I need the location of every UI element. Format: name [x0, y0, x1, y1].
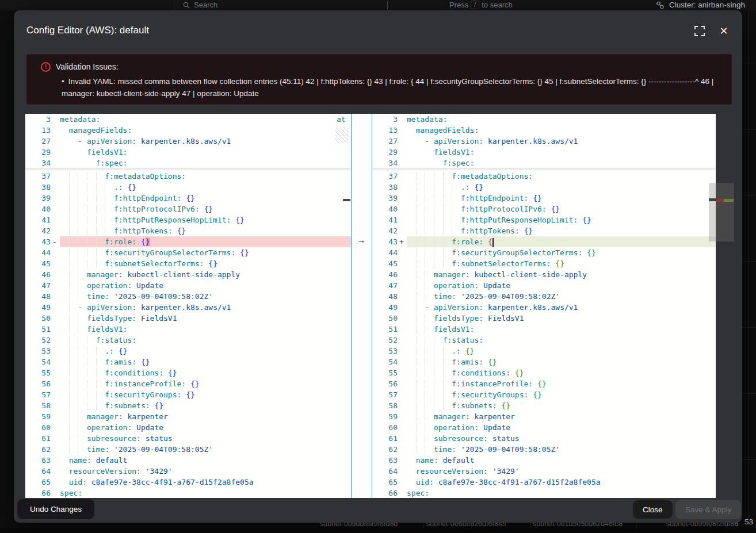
- code-line[interactable]: 3metadata:: [372, 114, 716, 125]
- code-line[interactable]: 43- f:role: {}: [25, 236, 351, 247]
- code-line[interactable]: 65 uid: c8afe97e-38cc-4f91-a767-d15f2a8f…: [25, 477, 351, 488]
- code-line[interactable]: 37 f:metadataOptions:: [25, 171, 351, 182]
- topbar-divider: [174, 0, 174, 10]
- code-line[interactable]: 41 f:httpPutResponseHopLimit: {}: [372, 214, 716, 225]
- code-line[interactable]: 49 - apiVersion: karpenter.k8s.aws/v1: [372, 302, 716, 313]
- code-line[interactable]: 58 f:subnets: {}: [25, 400, 351, 411]
- original-sticky-scroll: 3metadata:13 managedFields:27 - apiVersi…: [25, 114, 351, 168]
- code-line[interactable]: 53 .: {}: [25, 346, 351, 356]
- original-editor-pane[interactable]: 37 f:metadataOptions:38 .: {}39 f:httpEn…: [25, 114, 351, 498]
- line-number: 63: [25, 455, 52, 466]
- code-line[interactable]: 37 f:metadataOptions:: [372, 171, 716, 182]
- line-number: 38: [372, 182, 399, 193]
- code-line[interactable]: 58 f:subnets: {}: [372, 400, 716, 411]
- code-line[interactable]: 52 f:status:: [25, 335, 351, 346]
- code-line[interactable]: 54 f:amis: {}: [25, 356, 351, 367]
- search-input[interactable]: Search: [194, 1, 217, 9]
- code-line[interactable]: 45 f:subnetSelectorTerms: {}: [372, 258, 716, 269]
- code-line[interactable]: 56 f:instanceProfile: {}: [25, 378, 351, 389]
- diff-sign: [52, 182, 60, 193]
- diff-sign: [52, 302, 60, 313]
- code-line[interactable]: 39 f:httpEndpoint: {}: [25, 193, 351, 204]
- code-line[interactable]: 59 manager: karpenter: [25, 411, 351, 422]
- code-line[interactable]: 55 f:conditions: {}: [372, 367, 716, 378]
- code-line[interactable]: 60 operation: Update: [25, 422, 351, 433]
- code-line[interactable]: 48 time: '2025-09-04T09:58:02Z': [372, 291, 716, 302]
- code-line[interactable]: 44 f:securityGroupSelectorTerms: {}: [372, 247, 716, 258]
- diff-overview-ruler[interactable]: [716, 183, 734, 241]
- code-line[interactable]: 42 f:httpTokens: {}: [25, 225, 351, 236]
- code-line[interactable]: 41 f:httpPutResponseHopLimit: {}: [25, 214, 351, 225]
- code-line[interactable]: 38 .: {}: [372, 182, 716, 193]
- code-line[interactable]: 38 .: {}: [25, 182, 351, 193]
- line-number: 50: [372, 313, 399, 324]
- code-line[interactable]: 46 manager: kubectl-client-side-apply: [372, 269, 716, 280]
- diff-sign: [399, 444, 407, 455]
- code-line[interactable]: 62 time: '2025-09-04T09:58:05Z': [25, 444, 351, 455]
- code-line[interactable]: 63 name: default: [372, 455, 716, 466]
- code-line[interactable]: 39 f:httpEndpoint: {}: [372, 193, 716, 204]
- code-line[interactable]: 55 f:conditions: {}: [25, 367, 351, 378]
- code-line[interactable]: 13 managedFields:: [372, 125, 716, 136]
- modified-editor-pane[interactable]: 37 f:metadataOptions:38 .: {}39 f:httpEn…: [372, 114, 716, 498]
- code-line[interactable]: 59 manager: karpenter: [372, 411, 716, 422]
- code-line[interactable]: 50 fieldsType: FieldsV1: [25, 313, 351, 324]
- code-line[interactable]: 51 fieldsV1:: [25, 324, 351, 335]
- code-line[interactable]: 46 manager: kubectl-client-side-apply: [25, 269, 351, 280]
- code-line[interactable]: 45 f:subnetSelectorTerms: {}: [25, 258, 351, 269]
- code-line[interactable]: 42 f:httpTokens: {}: [372, 225, 716, 236]
- code-line[interactable]: 50 fieldsType: FieldsV1: [372, 313, 716, 324]
- code-line[interactable]: 40 f:httpProtocolIPv6: {}: [25, 204, 351, 214]
- code-line[interactable]: 29 fieldsV1:: [25, 147, 351, 158]
- code-line[interactable]: 61 subresource: status: [372, 433, 716, 444]
- code-line[interactable]: 61 subresource: status: [25, 433, 351, 444]
- line-number: 41: [372, 214, 399, 225]
- line-number: 56: [25, 378, 52, 389]
- code-line[interactable]: 66spec:: [25, 488, 351, 498]
- diff-sign: [52, 225, 60, 236]
- code-line[interactable]: 57 f:securityGroups: {}: [25, 389, 351, 400]
- revert-arrow-icon[interactable]: →: [357, 235, 366, 246]
- code-line[interactable]: 54 f:amis: {}: [372, 356, 716, 367]
- code-line[interactable]: 48 time: '2025-09-04T09:58:02Z': [25, 291, 351, 302]
- line-number: 3: [372, 114, 399, 125]
- code-line[interactable]: 44 f:securityGroupSelectorTerms: {}: [25, 247, 351, 258]
- cluster-selector[interactable]: Cluster: anirban-singh: [669, 1, 745, 9]
- line-number: 46: [25, 269, 52, 280]
- code-line[interactable]: 65 uid: c8afe97e-38cc-4f91-a767-d15f2a8f…: [372, 477, 716, 488]
- code-line[interactable]: 13 managedFields:: [25, 125, 351, 136]
- code-line[interactable]: 34 f:spec:: [372, 158, 716, 168]
- diff-sign: [399, 422, 407, 433]
- code-line[interactable]: 56 f:instanceProfile: {}: [372, 378, 716, 389]
- scrollbar-thumb[interactable]: [709, 183, 716, 241]
- code-line[interactable]: 3metadata:: [25, 114, 351, 125]
- code-line[interactable]: 64 resourceVersion: '3429': [25, 466, 351, 477]
- code-line[interactable]: 64 resourceVersion: '3429': [372, 466, 716, 477]
- expand-icon[interactable]: [694, 25, 705, 37]
- code-line[interactable]: 66spec:: [372, 488, 716, 498]
- code-line[interactable]: 40 f:httpProtocolIPv6: {}: [372, 204, 716, 214]
- code-line[interactable]: 47 operation: Update: [25, 280, 351, 291]
- code-line[interactable]: 57 f:securityGroups: {}: [372, 389, 716, 400]
- code-line[interactable]: 34 f:spec:: [25, 158, 351, 168]
- code-line[interactable]: 53 .: {}: [372, 346, 716, 356]
- save-apply-button[interactable]: Save & Apply: [675, 500, 741, 519]
- undo-changes-button[interactable]: Undo Changes: [17, 499, 94, 519]
- code-line[interactable]: 43+ f:role: {: [372, 236, 716, 247]
- diff-sign: [399, 378, 407, 389]
- diff-sign: [52, 367, 60, 378]
- close-icon[interactable]: ✕: [718, 25, 730, 37]
- code-line[interactable]: 60 operation: Update: [372, 422, 716, 433]
- close-button[interactable]: Close: [633, 500, 673, 519]
- code-line[interactable]: 27 - apiVersion: karpenter.k8s.aws/v1: [372, 136, 716, 147]
- code-line[interactable]: 49 - apiVersion: karpenter.k8s.aws/v1: [25, 302, 351, 313]
- code-line[interactable]: 51 fieldsV1:: [372, 324, 716, 335]
- diff-sign: [52, 114, 60, 125]
- code-line[interactable]: 63 name: default: [25, 455, 351, 466]
- code-line[interactable]: 47 operation: Update: [372, 280, 716, 291]
- code-line[interactable]: 52 f:status:: [372, 335, 716, 346]
- line-number: 27: [25, 136, 52, 147]
- code-line[interactable]: 62 time: '2025-09-04T09:58:05Z': [372, 444, 716, 455]
- code-line[interactable]: 27 - apiVersion: karpenter.k8s.aws/v1: [25, 136, 351, 147]
- code-line[interactable]: 29 fieldsV1:: [372, 147, 716, 158]
